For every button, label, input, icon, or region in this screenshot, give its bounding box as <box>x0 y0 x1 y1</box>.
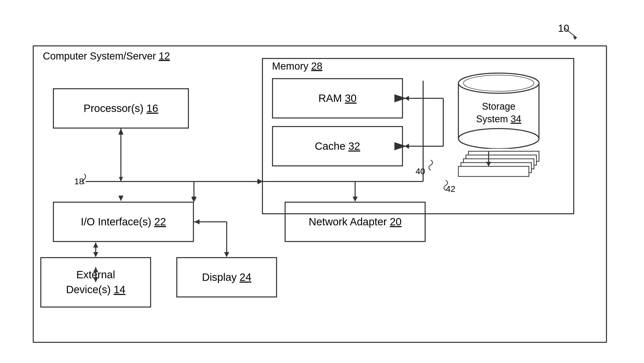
io-box: I/O Interface(s) 22 <box>53 202 194 242</box>
svg-text:Storage: Storage <box>482 101 515 112</box>
svg-text:System 34: System 34 <box>476 114 521 124</box>
outer-box-label: Computer System/Server 12 <box>43 50 170 62</box>
svg-point-4 <box>458 129 539 149</box>
svg-line-0 <box>564 28 577 38</box>
memory-label: Memory 28 <box>272 60 322 72</box>
display-box: Display 24 <box>176 257 277 297</box>
processor-box: Processor(s) 16 <box>53 88 189 129</box>
ref-40-label: 40 <box>416 166 425 176</box>
network-adapter-box: Network Adapter 20 <box>285 202 426 242</box>
cache-box: Cache 32 <box>272 126 403 166</box>
svg-rect-12 <box>458 166 529 176</box>
ref-18-label: 18 <box>74 176 84 186</box>
external-box: ExternalDevice(s) 14 <box>40 257 151 308</box>
svg-point-5 <box>463 75 534 91</box>
ref-42-label: 42 <box>446 184 455 194</box>
storage-container: Storage System 34 <box>443 66 554 151</box>
ram-box: RAM 30 <box>272 78 403 118</box>
bus-device <box>448 149 549 189</box>
